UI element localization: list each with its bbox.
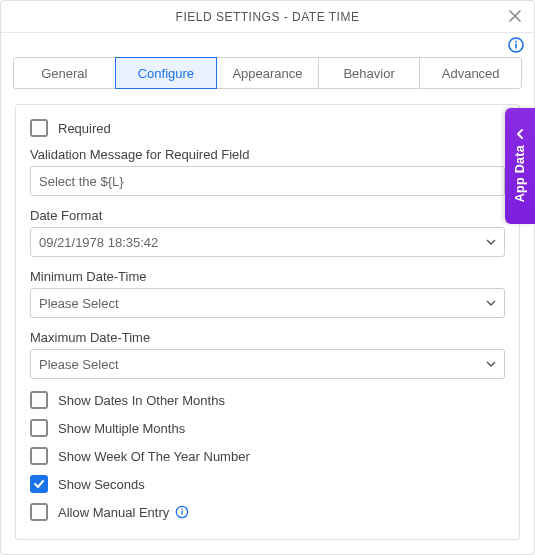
chevron-down-icon xyxy=(486,237,496,247)
validation-message-field: Validation Message for Required Field xyxy=(30,147,505,196)
field-settings-dialog: FIELD SETTINGS - DATE TIME General Confi… xyxy=(0,0,535,555)
tab-general[interactable]: General xyxy=(13,57,116,89)
min-datetime-field: Minimum Date-Time Please Select xyxy=(30,269,505,318)
show-week-number-label: Show Week Of The Year Number xyxy=(58,449,250,464)
dialog-titlebar: FIELD SETTINGS - DATE TIME xyxy=(1,1,534,33)
info-icon[interactable] xyxy=(175,505,189,519)
required-row: Required xyxy=(30,119,505,137)
chevron-down-icon xyxy=(486,359,496,369)
svg-rect-4 xyxy=(182,511,183,515)
close-button[interactable] xyxy=(504,5,526,27)
show-multiple-months-label: Show Multiple Months xyxy=(58,421,185,436)
info-row xyxy=(1,33,534,53)
show-week-number-row: Show Week Of The Year Number xyxy=(30,447,505,465)
date-format-label: Date Format xyxy=(30,208,505,223)
tab-label: Configure xyxy=(138,66,194,81)
date-format-select[interactable]: 09/21/1978 18:35:42 xyxy=(30,227,505,257)
app-data-label: App Data xyxy=(513,145,527,202)
min-datetime-value: Please Select xyxy=(39,296,119,311)
tab-label: Behavior xyxy=(343,66,394,81)
chevron-left-icon xyxy=(515,129,525,139)
show-other-months-row: Show Dates In Other Months xyxy=(30,391,505,409)
allow-manual-entry-checkbox[interactable] xyxy=(30,503,48,521)
tab-label: General xyxy=(41,66,87,81)
show-seconds-row: Show Seconds xyxy=(30,475,505,493)
max-datetime-value: Please Select xyxy=(39,357,119,372)
tab-behavior[interactable]: Behavior xyxy=(318,57,421,89)
tab-configure[interactable]: Configure xyxy=(115,57,218,89)
show-other-months-checkbox[interactable] xyxy=(30,391,48,409)
panel-wrap: Required Validation Message for Required… xyxy=(1,90,534,554)
required-checkbox[interactable] xyxy=(30,119,48,137)
help-icon[interactable] xyxy=(508,37,524,53)
date-format-value: 09/21/1978 18:35:42 xyxy=(39,235,158,250)
show-other-months-label: Show Dates In Other Months xyxy=(58,393,225,408)
show-seconds-checkbox[interactable] xyxy=(30,475,48,493)
close-icon xyxy=(508,9,522,23)
date-format-field: Date Format 09/21/1978 18:35:42 xyxy=(30,208,505,257)
max-datetime-label: Maximum Date-Time xyxy=(30,330,505,345)
validation-message-label: Validation Message for Required Field xyxy=(30,147,505,162)
min-datetime-select[interactable]: Please Select xyxy=(30,288,505,318)
svg-rect-2 xyxy=(515,41,517,43)
tab-label: Appearance xyxy=(232,66,302,81)
allow-manual-entry-text: Allow Manual Entry xyxy=(58,505,169,520)
chevron-down-icon xyxy=(486,298,496,308)
max-datetime-select[interactable]: Please Select xyxy=(30,349,505,379)
allow-manual-entry-label: Allow Manual Entry xyxy=(58,505,189,520)
dialog-title: FIELD SETTINGS - DATE TIME xyxy=(176,10,360,24)
tab-label: Advanced xyxy=(442,66,500,81)
svg-rect-1 xyxy=(515,44,517,49)
tabs: General Configure Appearance Behavior Ad… xyxy=(13,57,522,90)
tab-advanced[interactable]: Advanced xyxy=(419,57,522,89)
show-multiple-months-checkbox[interactable] xyxy=(30,419,48,437)
show-seconds-label: Show Seconds xyxy=(58,477,145,492)
max-datetime-field: Maximum Date-Time Please Select xyxy=(30,330,505,379)
svg-rect-5 xyxy=(182,509,183,510)
validation-message-input[interactable] xyxy=(30,166,505,196)
required-label: Required xyxy=(58,121,111,136)
show-multiple-months-row: Show Multiple Months xyxy=(30,419,505,437)
tab-appearance[interactable]: Appearance xyxy=(216,57,319,89)
min-datetime-label: Minimum Date-Time xyxy=(30,269,505,284)
allow-manual-entry-row: Allow Manual Entry xyxy=(30,503,505,521)
show-week-number-checkbox[interactable] xyxy=(30,447,48,465)
app-data-side-tab[interactable]: App Data xyxy=(505,108,535,224)
configure-panel: Required Validation Message for Required… xyxy=(15,104,520,540)
